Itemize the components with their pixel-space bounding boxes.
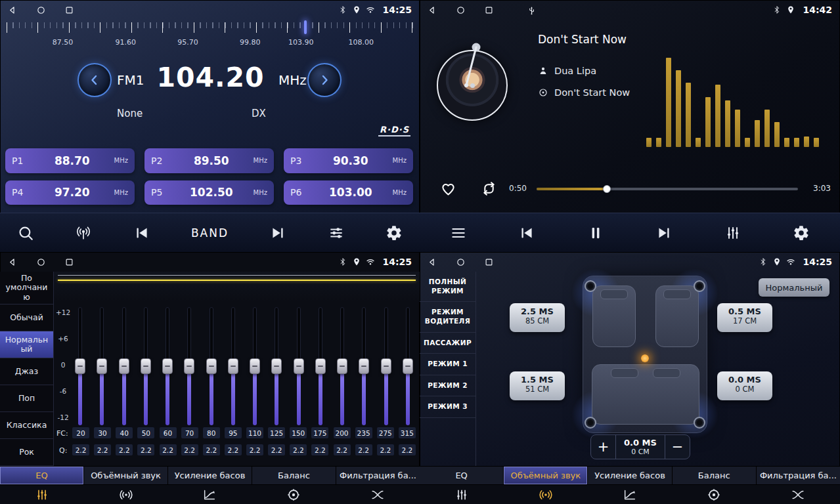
audio-settings-icon[interactable]: [328, 224, 345, 242]
eq-slider-handle[interactable]: [381, 358, 391, 374]
sound-profile-button[interactable]: Нормальный: [759, 278, 829, 297]
eq-slider-handle[interactable]: [315, 358, 326, 374]
previous-station-icon[interactable]: [133, 224, 150, 242]
seek-up-button[interactable]: [307, 63, 342, 97]
equalizer-icon[interactable]: [724, 224, 741, 242]
settings-gear-icon[interactable]: [386, 224, 403, 242]
radio-preset-p5-button[interactable]: P5102.50MHz: [144, 180, 274, 205]
eq-band-slider[interactable]: [334, 307, 350, 425]
sound-tab-3[interactable]: Усиление басов: [588, 467, 672, 484]
eq-preset-item[interactable]: Нормальный: [0, 331, 53, 358]
eq-band-slider[interactable]: [356, 307, 372, 425]
radio-preset-p3-button[interactable]: P390.30MHz: [284, 148, 413, 173]
eq-slider-handle[interactable]: [294, 358, 304, 374]
eq-preset-item[interactable]: Рок: [0, 439, 53, 466]
eq-band-slider[interactable]: [400, 307, 416, 425]
eq-slider-handle[interactable]: [184, 358, 194, 374]
surround-mode-item[interactable]: РЕЖИМ 1: [420, 354, 475, 375]
bass-boost-icon[interactable]: [168, 485, 252, 504]
back-icon[interactable]: [428, 5, 437, 15]
sound-tab-2[interactable]: Объёмный звук: [504, 467, 588, 484]
front-right-delay-button[interactable]: 0.5 MS17 CM: [717, 303, 772, 332]
radio-preset-p4-button[interactable]: P497.20MHz: [5, 180, 135, 205]
next-track-icon[interactable]: [655, 224, 673, 242]
recents-icon[interactable]: [484, 5, 494, 15]
eq-slider-handle[interactable]: [119, 358, 129, 374]
eq-band-slider[interactable]: [94, 307, 110, 425]
eq-preset-item[interactable]: По умолчанию: [0, 272, 53, 304]
eq-band-slider[interactable]: [291, 307, 307, 425]
recents-icon[interactable]: [484, 257, 494, 267]
eq-sliders-icon[interactable]: [420, 485, 504, 504]
eq-slider-handle[interactable]: [403, 358, 413, 374]
back-icon[interactable]: [8, 5, 18, 15]
eq-slider-handle[interactable]: [250, 358, 260, 374]
eq-band-slider[interactable]: [225, 307, 241, 425]
tuner-scale[interactable]: 87.5091.6095.7099.80103.90108.00: [7, 22, 413, 54]
sound-tab-1[interactable]: EQ: [0, 467, 84, 484]
next-station-icon[interactable]: [269, 224, 286, 242]
eq-preset-item[interactable]: Джаз: [0, 358, 53, 385]
settings-gear-icon[interactable]: [793, 224, 810, 242]
surround-speaker-icon[interactable]: [84, 485, 168, 504]
surround-mode-item[interactable]: ПОЛНЫЙ РЕЖИМ: [420, 272, 475, 302]
surround-mode-item[interactable]: РЕЖИМ 3: [420, 396, 475, 418]
back-icon[interactable]: [8, 257, 18, 267]
radio-preset-p2-button[interactable]: P289.50MHz: [144, 148, 274, 173]
surround-mode-item[interactable]: РЕЖИМ ВОДИТЕЛЯ: [420, 302, 475, 332]
band-button[interactable]: BAND: [191, 226, 229, 240]
rear-left-delay-button[interactable]: 1.5 MS51 CM: [510, 371, 565, 400]
sound-tab-4[interactable]: Баланс: [673, 467, 757, 484]
eq-slider-handle[interactable]: [206, 358, 217, 374]
eq-band-slider[interactable]: [269, 307, 284, 425]
recents-icon[interactable]: [64, 257, 74, 267]
eq-band-slider[interactable]: [72, 307, 88, 425]
crossover-filter-icon[interactable]: [756, 485, 840, 504]
seek-bar-handle[interactable]: [603, 185, 611, 193]
eq-slider-handle[interactable]: [141, 358, 151, 374]
crossover-filter-icon[interactable]: [336, 485, 420, 504]
eq-slider-handle[interactable]: [359, 358, 369, 374]
eq-band-slider[interactable]: [160, 307, 175, 425]
sound-tab-5[interactable]: Фильтрация ба...: [757, 467, 840, 484]
auto-scan-icon[interactable]: [75, 224, 92, 242]
sound-tab-2[interactable]: Объёмный звук: [84, 467, 168, 484]
home-icon[interactable]: [36, 5, 46, 15]
previous-track-icon[interactable]: [518, 224, 535, 242]
eq-slider-handle[interactable]: [271, 358, 282, 374]
favorite-icon[interactable]: [439, 180, 457, 198]
rear-right-delay-button[interactable]: 0.0 MS0 CM: [717, 371, 772, 400]
eq-band-slider[interactable]: [313, 307, 328, 425]
seek-down-button[interactable]: [77, 63, 112, 97]
surround-speaker-icon[interactable]: [504, 485, 588, 504]
eq-preset-item[interactable]: Обычай: [0, 304, 53, 331]
sound-tab-3[interactable]: Усиление басов: [168, 467, 252, 484]
radio-preset-p6-button[interactable]: P6103.00MHz: [284, 180, 413, 205]
eq-band-slider[interactable]: [378, 307, 394, 425]
eq-band-slider[interactable]: [181, 307, 197, 425]
delay-increase-button[interactable]: +: [591, 435, 616, 459]
home-icon[interactable]: [456, 257, 466, 267]
home-icon[interactable]: [36, 257, 46, 267]
surround-mode-item[interactable]: ПАССАЖИР: [420, 333, 475, 354]
home-icon[interactable]: [456, 5, 466, 15]
bass-boost-icon[interactable]: [588, 485, 672, 504]
eq-slider-handle[interactable]: [162, 358, 173, 374]
repeat-icon[interactable]: [480, 180, 498, 198]
recents-icon[interactable]: [64, 5, 74, 15]
eq-band-slider[interactable]: [247, 307, 263, 425]
delay-decrease-button[interactable]: −: [665, 435, 690, 459]
sound-tab-4[interactable]: Баланс: [252, 467, 336, 484]
eq-preset-item[interactable]: Классика: [0, 412, 53, 439]
playlist-icon[interactable]: [450, 224, 467, 242]
eq-slider-handle[interactable]: [97, 358, 107, 374]
balance-target-icon[interactable]: [672, 485, 756, 504]
front-left-delay-button[interactable]: 2.5 MS85 CM: [510, 303, 565, 332]
eq-slider-handle[interactable]: [337, 358, 347, 374]
eq-band-slider[interactable]: [204, 307, 219, 425]
sound-tab-1[interactable]: EQ: [420, 467, 504, 484]
back-icon[interactable]: [428, 257, 437, 267]
surround-mode-item[interactable]: РЕЖИМ 2: [420, 375, 475, 397]
pause-icon[interactable]: [587, 224, 604, 242]
eq-preset-item[interactable]: Поп: [0, 385, 53, 412]
